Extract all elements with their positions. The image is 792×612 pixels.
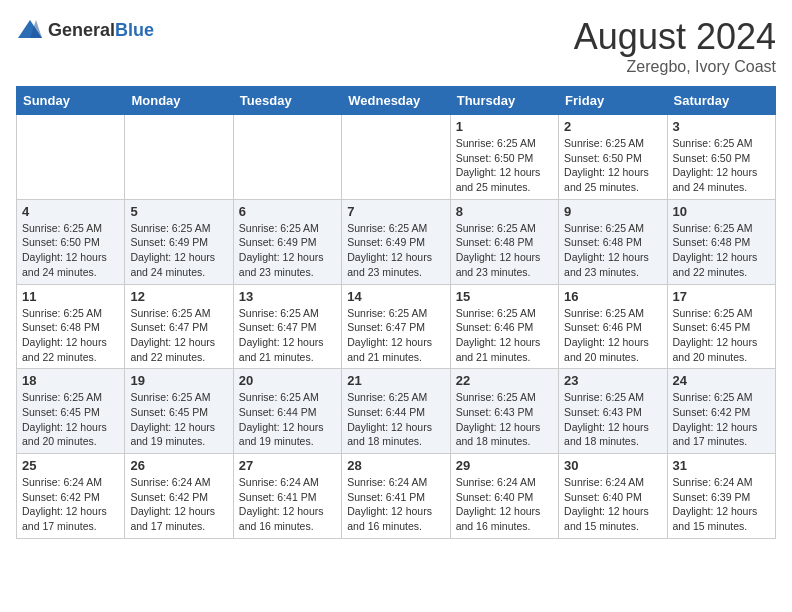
calendar-table: SundayMondayTuesdayWednesdayThursdayFrid…: [16, 86, 776, 539]
sunset-text: Sunset: 6:47 PM: [239, 321, 317, 333]
day-info: Sunrise: 6:24 AMSunset: 6:41 PMDaylight:…: [239, 475, 336, 534]
daylight-text: Daylight: 12 hours and 16 minutes.: [347, 505, 432, 532]
sunrise-text: Sunrise: 6:25 AM: [456, 307, 536, 319]
day-info: Sunrise: 6:25 AMSunset: 6:44 PMDaylight:…: [239, 390, 336, 449]
header-day-thursday: Thursday: [450, 87, 558, 115]
day-number: 10: [673, 204, 770, 219]
sunrise-text: Sunrise: 6:25 AM: [673, 222, 753, 234]
daylight-text: Daylight: 12 hours and 22 minutes.: [130, 336, 215, 363]
sunrise-text: Sunrise: 6:25 AM: [130, 222, 210, 234]
day-number: 17: [673, 289, 770, 304]
daylight-text: Daylight: 12 hours and 21 minutes.: [239, 336, 324, 363]
sunset-text: Sunset: 6:41 PM: [239, 491, 317, 503]
calendar-cell: 16Sunrise: 6:25 AMSunset: 6:46 PMDayligh…: [559, 284, 667, 369]
sunset-text: Sunset: 6:42 PM: [130, 491, 208, 503]
week-row-3: 11Sunrise: 6:25 AMSunset: 6:48 PMDayligh…: [17, 284, 776, 369]
sunset-text: Sunset: 6:40 PM: [564, 491, 642, 503]
daylight-text: Daylight: 12 hours and 23 minutes.: [239, 251, 324, 278]
day-number: 13: [239, 289, 336, 304]
header-day-tuesday: Tuesday: [233, 87, 341, 115]
daylight-text: Daylight: 12 hours and 23 minutes.: [456, 251, 541, 278]
calendar-cell: 22Sunrise: 6:25 AMSunset: 6:43 PMDayligh…: [450, 369, 558, 454]
daylight-text: Daylight: 12 hours and 20 minutes.: [564, 336, 649, 363]
day-number: 20: [239, 373, 336, 388]
day-number: 19: [130, 373, 227, 388]
calendar-cell: [125, 115, 233, 200]
calendar-cell: 4Sunrise: 6:25 AMSunset: 6:50 PMDaylight…: [17, 199, 125, 284]
sunset-text: Sunset: 6:45 PM: [22, 406, 100, 418]
day-info: Sunrise: 6:25 AMSunset: 6:49 PMDaylight:…: [347, 221, 444, 280]
sunset-text: Sunset: 6:43 PM: [564, 406, 642, 418]
header-row: SundayMondayTuesdayWednesdayThursdayFrid…: [17, 87, 776, 115]
day-number: 7: [347, 204, 444, 219]
day-number: 11: [22, 289, 119, 304]
day-info: Sunrise: 6:25 AMSunset: 6:46 PMDaylight:…: [564, 306, 661, 365]
day-info: Sunrise: 6:25 AMSunset: 6:45 PMDaylight:…: [130, 390, 227, 449]
sunrise-text: Sunrise: 6:25 AM: [130, 307, 210, 319]
calendar-cell: 11Sunrise: 6:25 AMSunset: 6:48 PMDayligh…: [17, 284, 125, 369]
day-number: 2: [564, 119, 661, 134]
calendar-cell: 10Sunrise: 6:25 AMSunset: 6:48 PMDayligh…: [667, 199, 775, 284]
calendar-cell: 29Sunrise: 6:24 AMSunset: 6:40 PMDayligh…: [450, 454, 558, 539]
sunrise-text: Sunrise: 6:25 AM: [673, 137, 753, 149]
header-day-sunday: Sunday: [17, 87, 125, 115]
day-number: 6: [239, 204, 336, 219]
day-number: 1: [456, 119, 553, 134]
header-day-friday: Friday: [559, 87, 667, 115]
daylight-text: Daylight: 12 hours and 18 minutes.: [456, 421, 541, 448]
day-number: 15: [456, 289, 553, 304]
calendar-cell: 7Sunrise: 6:25 AMSunset: 6:49 PMDaylight…: [342, 199, 450, 284]
calendar-cell: [342, 115, 450, 200]
calendar-cell: 14Sunrise: 6:25 AMSunset: 6:47 PMDayligh…: [342, 284, 450, 369]
calendar-cell: 3Sunrise: 6:25 AMSunset: 6:50 PMDaylight…: [667, 115, 775, 200]
sunrise-text: Sunrise: 6:25 AM: [347, 307, 427, 319]
day-number: 9: [564, 204, 661, 219]
header-day-wednesday: Wednesday: [342, 87, 450, 115]
daylight-text: Daylight: 12 hours and 20 minutes.: [22, 421, 107, 448]
daylight-text: Daylight: 12 hours and 18 minutes.: [564, 421, 649, 448]
daylight-text: Daylight: 12 hours and 25 minutes.: [564, 166, 649, 193]
day-info: Sunrise: 6:25 AMSunset: 6:49 PMDaylight:…: [239, 221, 336, 280]
daylight-text: Daylight: 12 hours and 24 minutes.: [22, 251, 107, 278]
calendar-cell: 1Sunrise: 6:25 AMSunset: 6:50 PMDaylight…: [450, 115, 558, 200]
sunrise-text: Sunrise: 6:24 AM: [130, 476, 210, 488]
calendar-cell: 25Sunrise: 6:24 AMSunset: 6:42 PMDayligh…: [17, 454, 125, 539]
calendar-cell: 6Sunrise: 6:25 AMSunset: 6:49 PMDaylight…: [233, 199, 341, 284]
calendar-cell: 19Sunrise: 6:25 AMSunset: 6:45 PMDayligh…: [125, 369, 233, 454]
sunrise-text: Sunrise: 6:24 AM: [564, 476, 644, 488]
calendar-cell: 27Sunrise: 6:24 AMSunset: 6:41 PMDayligh…: [233, 454, 341, 539]
page-header: GeneralBlue August 2024 Zeregbo, Ivory C…: [16, 16, 776, 76]
day-number: 26: [130, 458, 227, 473]
daylight-text: Daylight: 12 hours and 17 minutes.: [673, 421, 758, 448]
daylight-text: Daylight: 12 hours and 16 minutes.: [456, 505, 541, 532]
sunset-text: Sunset: 6:48 PM: [564, 236, 642, 248]
day-info: Sunrise: 6:24 AMSunset: 6:42 PMDaylight:…: [22, 475, 119, 534]
sunrise-text: Sunrise: 6:24 AM: [22, 476, 102, 488]
sunset-text: Sunset: 6:50 PM: [22, 236, 100, 248]
calendar-cell: 17Sunrise: 6:25 AMSunset: 6:45 PMDayligh…: [667, 284, 775, 369]
sunrise-text: Sunrise: 6:24 AM: [239, 476, 319, 488]
sunrise-text: Sunrise: 6:25 AM: [130, 391, 210, 403]
week-row-2: 4Sunrise: 6:25 AMSunset: 6:50 PMDaylight…: [17, 199, 776, 284]
day-number: 29: [456, 458, 553, 473]
daylight-text: Daylight: 12 hours and 15 minutes.: [673, 505, 758, 532]
sunrise-text: Sunrise: 6:25 AM: [22, 307, 102, 319]
day-info: Sunrise: 6:25 AMSunset: 6:44 PMDaylight:…: [347, 390, 444, 449]
sunrise-text: Sunrise: 6:24 AM: [347, 476, 427, 488]
sunrise-text: Sunrise: 6:25 AM: [456, 137, 536, 149]
week-row-5: 25Sunrise: 6:24 AMSunset: 6:42 PMDayligh…: [17, 454, 776, 539]
daylight-text: Daylight: 12 hours and 20 minutes.: [673, 336, 758, 363]
calendar-cell: 8Sunrise: 6:25 AMSunset: 6:48 PMDaylight…: [450, 199, 558, 284]
logo: GeneralBlue: [16, 16, 154, 44]
sunrise-text: Sunrise: 6:25 AM: [564, 222, 644, 234]
day-number: 8: [456, 204, 553, 219]
day-info: Sunrise: 6:25 AMSunset: 6:50 PMDaylight:…: [456, 136, 553, 195]
daylight-text: Daylight: 12 hours and 17 minutes.: [130, 505, 215, 532]
daylight-text: Daylight: 12 hours and 21 minutes.: [347, 336, 432, 363]
sunset-text: Sunset: 6:45 PM: [130, 406, 208, 418]
calendar-cell: [17, 115, 125, 200]
calendar-cell: 31Sunrise: 6:24 AMSunset: 6:39 PMDayligh…: [667, 454, 775, 539]
calendar-cell: 23Sunrise: 6:25 AMSunset: 6:43 PMDayligh…: [559, 369, 667, 454]
day-number: 18: [22, 373, 119, 388]
sunset-text: Sunset: 6:45 PM: [673, 321, 751, 333]
